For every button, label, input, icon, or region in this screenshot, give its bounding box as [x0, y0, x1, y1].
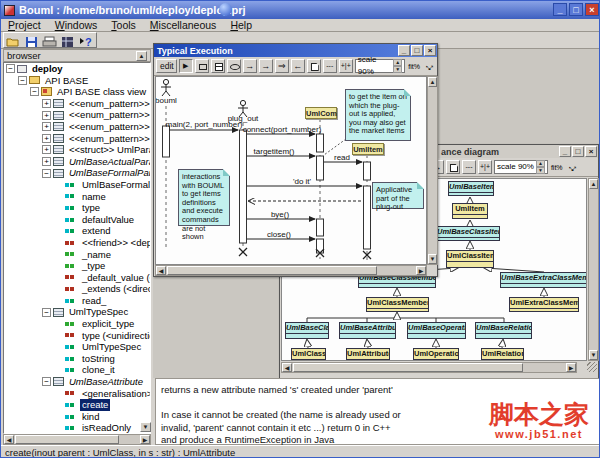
scroll-right-icon[interactable]: ▶ [566, 363, 576, 372]
scale-up-icon[interactable]: ▲ [393, 59, 402, 66]
tree-item[interactable]: clone_it [4, 364, 150, 376]
sync-message-icon[interactable]: → [243, 59, 257, 73]
class-box[interactable]: UmlBaseAttribute [339, 322, 396, 339]
tree-item[interactable]: _name [4, 249, 150, 261]
tree-item[interactable]: −deploy [4, 63, 150, 75]
collapse-icon[interactable]: − [42, 169, 51, 178]
note[interactable]: Applicative part of the plug-out [372, 182, 424, 209]
scroll-down-icon[interactable]: ▼ [589, 350, 598, 360]
title-bar[interactable]: Bouml : /home/bruno/uml/deploy/deploy.pr… [1, 1, 600, 19]
class-box[interactable]: UmlOperation [413, 348, 459, 361]
scroll-right-icon[interactable]: ▶ [140, 435, 150, 444]
tree-item[interactable]: −UmlTypeSpec [4, 306, 150, 318]
inheritance-hscroll-thumb[interactable] [293, 363, 523, 372]
scale-control[interactable]: scale 90% ▲▼ [355, 59, 406, 73]
select-tool-icon[interactable]: ▶ [179, 59, 193, 73]
fragment-tool-icon[interactable] [195, 59, 209, 73]
scroll-left-icon[interactable]: ◀ [4, 435, 14, 444]
menu-windows[interactable]: Windows [48, 19, 105, 31]
collapse-icon[interactable]: − [42, 308, 51, 317]
collapse-icon[interactable]: − [6, 64, 15, 73]
tree-item[interactable]: create [4, 399, 150, 411]
grid-icon[interactable] [60, 34, 76, 46]
sequence-hscroll-thumb[interactable] [167, 266, 377, 275]
tree-item[interactable]: type (<unidirectional assoc [4, 330, 150, 342]
tree-item[interactable]: +<<enum_pattern>> aRelationK [4, 98, 150, 110]
fit-window-icon[interactable]: ↔↔ [566, 161, 579, 174]
tree-item[interactable]: +UmlBaseActualParameter [4, 156, 150, 168]
text-tool-icon[interactable]: +|+ [339, 59, 353, 73]
sequence-canvas[interactable]: main(2, port_number) connect(port_number… [155, 76, 427, 265]
object-box[interactable]: UmlCom [305, 107, 337, 119]
tree-item[interactable]: _default_value (<directiona [4, 272, 150, 284]
note-tool-icon[interactable] [446, 160, 460, 174]
subwin-minimize-button[interactable]: _ [559, 146, 571, 157]
resize-grip[interactable] [587, 362, 597, 372]
fit-scale-label[interactable]: fit% [408, 63, 420, 70]
class-box[interactable]: UmlBaseOperation [407, 322, 466, 339]
scale-down-icon[interactable]: ▼ [536, 167, 545, 174]
collapse-icon[interactable]: − [18, 76, 27, 85]
tree-item[interactable]: _type [4, 260, 150, 272]
self-message-icon[interactable]: ⇒ [275, 59, 289, 73]
tree-item[interactable]: _extends (<directional agg [4, 283, 150, 295]
class-box[interactable]: UmlClassItem [446, 250, 494, 268]
expand-icon[interactable]: + [42, 111, 51, 120]
class-box[interactable]: UmlBaseItem [448, 181, 494, 196]
tree-item[interactable]: name [4, 191, 150, 203]
tree-item[interactable]: −API BASE [4, 75, 150, 87]
fit-scale-label[interactable]: fit% [551, 164, 563, 171]
tree-item[interactable]: −UmlBaseAttribute [4, 376, 150, 388]
context-help-icon[interactable]: ? [78, 34, 94, 46]
tree-item[interactable]: −UmlBaseFormalParameter [4, 167, 150, 179]
open-project-icon[interactable] [6, 34, 22, 46]
note[interactable]: to get the item on which the plug-out is… [345, 89, 411, 141]
subwin-close-button[interactable]: × [585, 146, 597, 157]
subwin-close-button[interactable]: × [424, 45, 436, 56]
tree-item[interactable]: kind [4, 411, 150, 423]
tree-item[interactable]: +<<enum_pattern>> aDirection [4, 109, 150, 121]
scroll-down-icon[interactable]: ▼ [428, 254, 437, 264]
tree-hscrollbar[interactable]: ◀ ▶ [3, 434, 151, 445]
edit-button[interactable]: edit [156, 59, 177, 73]
scale-control[interactable]: scale 90% ▲▼ [494, 160, 548, 174]
class-box[interactable]: UmlAttribute [346, 348, 390, 361]
tree-item[interactable]: UmlTypeSpec [4, 341, 150, 353]
return-message-icon[interactable]: ← [291, 59, 305, 73]
tree-item[interactable]: +<<enum_pattern>> anItemKin [4, 133, 150, 145]
collapse-icon[interactable]: − [42, 377, 51, 386]
tree-item[interactable]: −API BASE class view [4, 86, 150, 98]
menu-miscellaneous[interactable]: Miscellaneous [143, 19, 224, 31]
subwin-minimize-button[interactable]: _ [398, 45, 410, 56]
class-box[interactable]: UmlItem [452, 203, 488, 219]
tree-item[interactable]: <generalisation> UmlClass [4, 388, 150, 400]
note-tool-icon[interactable] [307, 59, 321, 73]
tree-item[interactable]: extend [4, 225, 150, 237]
scroll-up-icon[interactable]: ▲ [428, 77, 437, 87]
async-message-icon[interactable]: → [259, 59, 273, 73]
expand-icon[interactable]: + [42, 122, 51, 131]
scale-up-icon[interactable]: ▲ [536, 160, 545, 167]
text-tool-icon[interactable]: +|+ [478, 160, 492, 174]
scroll-up-icon[interactable]: ▲ [589, 179, 598, 189]
class-box[interactable]: UmlClassMember [366, 297, 429, 312]
scroll-right-icon[interactable]: ▶ [416, 266, 426, 275]
minimize-button[interactable]: _ [553, 3, 567, 16]
close-button[interactable]: × [585, 3, 599, 16]
tree-item[interactable]: +<<enum_pattern>> aVisibility [4, 121, 150, 133]
anchor-tool-icon[interactable]: --- [323, 59, 337, 73]
class-box[interactable]: UmlBaseClass [285, 322, 329, 339]
sequence-diagram-window[interactable]: Typical Execution _ □ × edit ▶ → → ⇒ ← -… [153, 43, 438, 277]
tree-item[interactable]: UmlBaseFormalParameter [4, 179, 150, 191]
actor-bouml-icon[interactable] [161, 79, 171, 96]
class-box[interactable]: UmlBaseClassItem [436, 226, 500, 241]
sequence-window-titlebar[interactable]: Typical Execution _ □ × [154, 44, 437, 57]
tree-item[interactable]: read_ [4, 295, 150, 307]
note[interactable]: interactions with BOUML to get items def… [178, 169, 230, 226]
expand-icon[interactable]: + [42, 145, 51, 154]
scroll-left-icon[interactable]: ◀ [156, 266, 166, 275]
tree-scroll-down-button[interactable]: ▼ [140, 422, 151, 432]
lifeline-tool-icon[interactable] [211, 59, 225, 73]
class-box[interactable]: UmlRelation [481, 348, 524, 361]
class-box[interactable]: UmlExtraClassMember [509, 297, 579, 312]
